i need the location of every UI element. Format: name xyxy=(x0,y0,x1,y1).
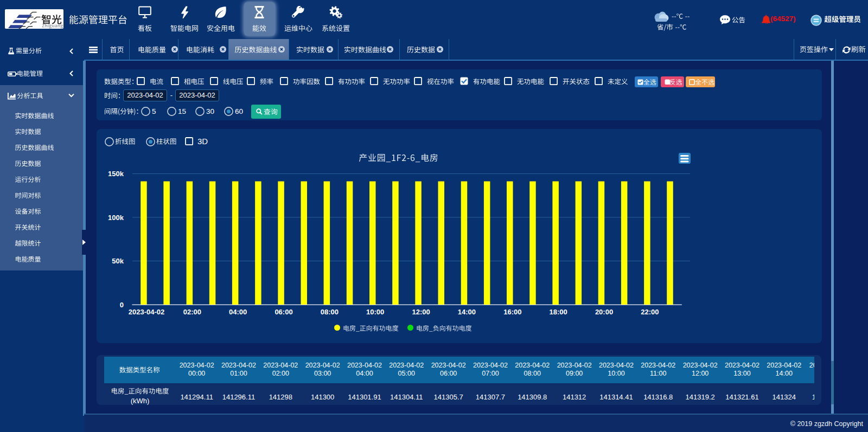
svg-text:04:00: 04:00 xyxy=(229,308,247,316)
svg-text:20:00: 20:00 xyxy=(595,308,613,316)
svg-text:08:00: 08:00 xyxy=(321,308,339,316)
svg-text:150k: 150k xyxy=(108,170,124,178)
svg-text:100k: 100k xyxy=(108,214,124,222)
svg-text:06:00: 06:00 xyxy=(275,308,292,316)
svg-text:02:00: 02:00 xyxy=(183,308,201,316)
svg-text:50k: 50k xyxy=(112,257,124,265)
svg-text:22:00: 22:00 xyxy=(641,308,659,316)
svg-text:12:00: 12:00 xyxy=(412,308,430,316)
svg-text:16:00: 16:00 xyxy=(503,308,521,316)
svg-text:18:00: 18:00 xyxy=(549,308,567,316)
svg-text:2023-04-02: 2023-04-02 xyxy=(129,308,165,316)
svg-text:0: 0 xyxy=(120,301,124,309)
svg-text:14:00: 14:00 xyxy=(458,308,476,316)
svg-text:10:00: 10:00 xyxy=(366,308,384,316)
